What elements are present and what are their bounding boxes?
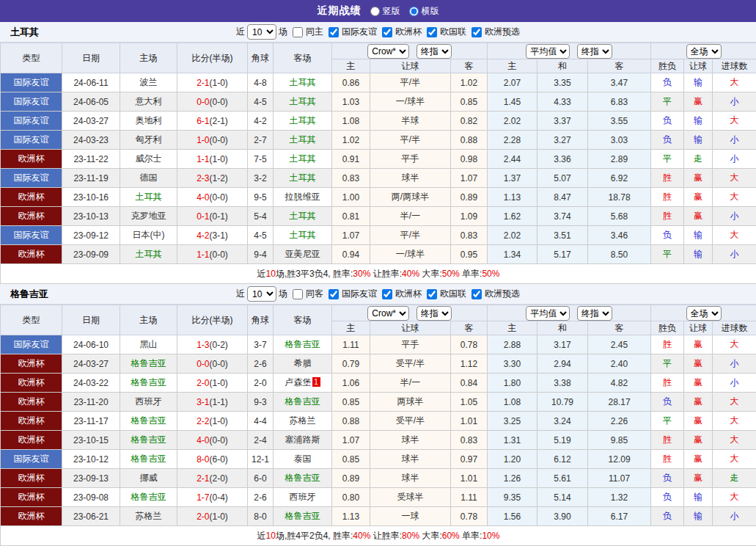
goals-result-cell: 大 (713, 431, 756, 450)
match-count-select[interactable]: 10 (247, 286, 276, 302)
match-row: 欧洲杯23-09-08格鲁吉亚1-7(0-4)2-6西班牙0.80受球半1.11… (1, 488, 756, 507)
avg-home-cell: 2.44 (488, 150, 537, 169)
odds-home-cell: 1.07 (332, 431, 370, 450)
away-team-cell: 土耳其 (274, 226, 332, 245)
odds-provider-select[interactable]: Crow* (367, 306, 409, 321)
match-count-select[interactable]: 10 (247, 24, 276, 40)
odds-handicap-cell: 两球半 (370, 393, 451, 412)
subheader-odds-away: 客 (451, 59, 488, 73)
avg-home-cell: 1.31 (488, 431, 537, 450)
away-team-cell: 亚美尼亚 (274, 245, 332, 264)
summary-segment: 让胜率: (370, 531, 402, 541)
match-row: 国际友谊24-06-05意大利0-0(0-0)4-5土耳其1.03一/球半0.8… (1, 92, 756, 112)
corner-cell: 4-4 (248, 412, 274, 431)
avg-home-cell: 1.26 (488, 469, 537, 488)
odds-stage-select[interactable]: 终指 (416, 44, 452, 59)
home-team-cell: 意大利 (120, 92, 177, 112)
avg-type-select[interactable]: 平均值 (526, 306, 570, 321)
scope-select[interactable]: 全场 (686, 306, 722, 321)
home-team-cell: 格鲁吉亚 (120, 374, 177, 393)
goals-result-cell: 小 (713, 374, 756, 393)
score-cell: 0-0(0-0) (177, 92, 248, 112)
avg-home-cell: 1.45 (488, 92, 537, 112)
fulltime-score: 2-1 (197, 473, 209, 484)
same-venue-checkbox[interactable] (293, 289, 303, 299)
competition-label-nations-league: 欧国联 (440, 288, 466, 300)
odds-away-cell: 0.85 (451, 92, 488, 112)
fulltime-score: 4-2 (197, 230, 209, 241)
date-cell: 24-06-10 (62, 335, 120, 354)
away-team-cell: 格鲁吉亚 (274, 335, 332, 354)
avg-stage-select[interactable]: 终指 (577, 306, 612, 321)
match-row: 欧洲杯23-11-22威尔士1-1(1-0)7-5土耳其0.91平手0.982.… (1, 150, 756, 169)
scope-select[interactable]: 全场 (686, 44, 722, 59)
avg-home-cell: 1.34 (488, 245, 537, 264)
fulltime-score: 1-1 (197, 250, 209, 260)
avg-draw-cell: 3.38 (537, 374, 588, 393)
match-row: 欧洲杯23-06-21苏格兰2-0(1-0)8-0格鲁吉亚1.13一球0.781… (1, 507, 756, 526)
odds-away-cell: 0.83 (451, 431, 488, 450)
away-team-cell: 格鲁吉亚 (274, 393, 332, 412)
score-cell: 3-1(1-1) (177, 393, 248, 412)
corner-cell: 9-4 (248, 245, 274, 264)
home-team-cell: 德国 (120, 169, 177, 188)
subheader-avg-away: 客 (588, 321, 651, 335)
col-header-date: 日期 (62, 43, 120, 73)
odds-home-cell: 1.13 (332, 507, 370, 526)
competition-checkbox-nations-league[interactable] (427, 27, 437, 37)
odds-stage-select[interactable]: 终指 (416, 306, 452, 321)
competition-checkbox-euro[interactable] (382, 289, 392, 299)
same-venue-checkbox[interactable] (293, 27, 303, 37)
odds-handicap-cell: 平/半 (370, 73, 451, 92)
odds-provider-select[interactable]: Crow* (367, 44, 409, 59)
halftime-score: (1-0) (210, 154, 228, 164)
odds-group-header: Crow* 终指 (332, 305, 488, 321)
avg-home-cell: 1.80 (488, 374, 537, 393)
competition-checkbox-euro[interactable] (382, 27, 392, 37)
odds-handicap-cell: 球半 (370, 431, 451, 450)
home-team-cell: 西班牙 (120, 393, 177, 412)
odds-home-cell: 1.08 (332, 112, 370, 131)
summary-segment: 80% (402, 531, 419, 541)
horizontal-layout-radio[interactable] (409, 7, 419, 16)
away-team-cell: 泰国 (274, 450, 332, 469)
score-cell: 1-1(1-0) (177, 150, 248, 169)
halftime-score: (0-0) (210, 97, 228, 107)
league-type-cell: 欧洲杯 (1, 354, 62, 374)
competition-checkbox-euro-qualifiers[interactable] (471, 27, 482, 37)
handicap-result-cell: 输 (684, 131, 713, 150)
recent-results-panel: 近期战绩 竖版 横版 土耳其 近 10 场 同主 国际友谊 欧洲杯 (0, 0, 756, 546)
team-name: 土耳其 (10, 22, 39, 43)
summary-segment: 50% (482, 269, 499, 279)
winlose-result-cell: 胜 (651, 188, 684, 207)
vertical-layout-radio[interactable] (370, 7, 380, 16)
odds-handicap-cell: 受平/半 (370, 412, 451, 431)
date-cell: 24-06-11 (62, 73, 120, 92)
avg-draw-cell: 5.14 (537, 488, 588, 507)
odds-handicap-cell: 平手 (370, 150, 451, 169)
score-cell: 4-0(0-0) (177, 431, 248, 450)
winlose-result-cell: 胜 (651, 431, 684, 450)
avg-home-cell: 1.62 (488, 207, 537, 226)
odds-away-cell: 0.83 (451, 226, 488, 245)
competition-checkbox-euro-qualifiers[interactable] (471, 289, 482, 299)
layout-option-horizontal[interactable]: 横版 (409, 5, 439, 18)
avg-away-cell: 11.07 (588, 469, 651, 488)
competition-checkbox-nations-league[interactable] (427, 289, 437, 299)
halftime-score: (0-1) (210, 211, 228, 222)
away-team-cell: 土耳其 (274, 112, 332, 131)
avg-away-cell: 5.68 (588, 207, 651, 226)
layout-option-vertical[interactable]: 竖版 (370, 5, 400, 18)
fulltime-score: 2-0 (197, 378, 209, 388)
avg-away-cell: 8.50 (588, 245, 651, 264)
competition-checkbox-friendly[interactable] (329, 289, 339, 299)
odds-away-cell: 0.88 (451, 131, 488, 150)
avg-stage-select[interactable]: 终指 (577, 44, 612, 59)
date-cell: 24-06-05 (62, 92, 120, 112)
halftime-score: (0-4) (210, 492, 228, 503)
subheader-avg-draw: 和 (537, 321, 588, 335)
winlose-result-cell: 胜 (651, 450, 684, 469)
competition-checkbox-friendly[interactable] (329, 27, 339, 37)
avg-type-select[interactable]: 平均值 (526, 44, 570, 59)
score-cell: 1-0(0-0) (177, 131, 248, 150)
